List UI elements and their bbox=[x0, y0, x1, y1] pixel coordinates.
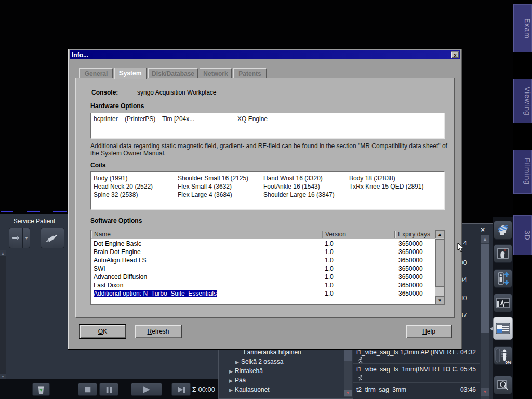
pause-icon bbox=[106, 387, 112, 393]
console-value: syngo Acquisition Workplace bbox=[137, 89, 217, 96]
dialog-titlebar[interactable]: Info... x bbox=[70, 50, 460, 59]
scroll-down-icon[interactable]: ▼ bbox=[344, 390, 352, 396]
console-label: Console: bbox=[91, 89, 118, 96]
active-marker-icon bbox=[490, 327, 493, 331]
image-head-icon bbox=[496, 247, 510, 260]
table-row[interactable]: Advanced Diffusion1.03650000 bbox=[91, 273, 435, 281]
expand-arrow-icon[interactable]: ▶ bbox=[235, 360, 239, 365]
sar-monitor-button[interactable]: 0% bbox=[494, 346, 512, 365]
table-row-selected[interactable]: Additional option: N_Turbo_Suite_Essenti… bbox=[91, 289, 435, 298]
trash-icon bbox=[37, 385, 45, 394]
mouse-cursor bbox=[457, 242, 464, 252]
waveform-icon bbox=[496, 297, 510, 309]
dialog-title: Info... bbox=[72, 51, 88, 59]
scroll-up-icon[interactable]: ▲ bbox=[435, 230, 444, 238]
tab-exam[interactable]: Exam bbox=[513, 4, 532, 52]
scroll-up-icon[interactable]: ▲ bbox=[0, 250, 6, 256]
stop-icon bbox=[85, 387, 90, 392]
table-row[interactable]: Dot Engine Basic1.03650000 bbox=[91, 240, 435, 248]
tab-filming[interactable]: Filming bbox=[513, 150, 532, 194]
play-button[interactable] bbox=[131, 383, 162, 396]
queue-scrollbar[interactable]: ▼ bbox=[344, 343, 352, 397]
hardware-item: hcprinter bbox=[94, 115, 118, 123]
scrollbar-thumb[interactable] bbox=[481, 244, 489, 332]
table-scrollbar[interactable]: ▲ ▼ bbox=[435, 230, 444, 304]
delete-button[interactable] bbox=[32, 383, 50, 396]
patient-table-dropdown[interactable]: ▼ bbox=[23, 228, 30, 248]
scroll-down-icon[interactable]: ▼ bbox=[0, 374, 6, 379]
ok-button[interactable]: OK bbox=[79, 325, 126, 338]
tab-viewing[interactable]: Viewing bbox=[513, 79, 532, 123]
head-slice-position-button[interactable] bbox=[494, 221, 512, 240]
sequence-time: 04:32 bbox=[460, 349, 476, 356]
sar-percent-label: 0% bbox=[505, 360, 511, 365]
queue-item[interactable]: ▶Kaulasuonet bbox=[229, 386, 270, 393]
refresh-button[interactable]: Refresh bbox=[135, 325, 182, 338]
patient-table-button[interactable] bbox=[9, 228, 23, 248]
hardware-options-list[interactable]: hcprinter (PrinterPS) Tim [204x... XQ En… bbox=[90, 113, 445, 139]
protocol-queue-panel: Lanneranka hiljainen ▶Selkä 2 osassa ▶Ri… bbox=[218, 342, 354, 399]
exam-layout-button[interactable] bbox=[493, 317, 513, 340]
column-header-expiry[interactable]: Expiry days bbox=[395, 231, 435, 238]
play-icon bbox=[143, 386, 150, 393]
software-options-heading: Software Options bbox=[90, 217, 142, 224]
scroll-up-icon[interactable]: ▲ bbox=[481, 235, 489, 243]
expand-arrow-icon[interactable]: ▶ bbox=[229, 369, 233, 374]
skip-button[interactable] bbox=[171, 383, 191, 396]
skip-end-icon bbox=[178, 387, 185, 393]
sequence-name[interactable]: t1_vibe_sag_fs_1mm(INVERT TO C... bbox=[356, 366, 458, 373]
physio-signal-button[interactable] bbox=[494, 294, 512, 312]
table-row[interactable]: Fast Dixon1.03650000 bbox=[91, 281, 435, 289]
running-state-icon bbox=[357, 357, 364, 363]
syringe-icon bbox=[45, 232, 60, 244]
queue-item[interactable]: ▶Selkä 2 osassa bbox=[235, 358, 283, 365]
table-position-button[interactable] bbox=[494, 269, 512, 288]
table-row[interactable]: AutoAlign Head LS1.03650000 bbox=[91, 256, 435, 264]
queue-item[interactable]: ▶Pää bbox=[229, 377, 246, 384]
sequence-name[interactable]: t2_tirm_sag_3mm bbox=[356, 386, 458, 393]
coil-column: Hand Wrist 16 (3320)FootAnkle 16 (1543)S… bbox=[263, 174, 335, 199]
sequence-time: 05:45 bbox=[460, 366, 476, 373]
stop-button[interactable] bbox=[78, 383, 97, 396]
sequence-scrollbar[interactable]: ▲ ▼ bbox=[481, 235, 489, 399]
queue-item[interactable]: ▶Rintakehä bbox=[229, 367, 263, 375]
expand-arrow-icon[interactable]: ▶ bbox=[229, 388, 233, 393]
tab-system[interactable]: System bbox=[114, 68, 147, 79]
image-display-button[interactable] bbox=[494, 244, 512, 263]
scroll-down-icon[interactable]: ▼ bbox=[435, 296, 444, 304]
hardware-item: XQ Engine bbox=[237, 115, 268, 123]
close-icon[interactable]: × bbox=[478, 225, 487, 234]
tool-icon-column: 0% bbox=[493, 217, 513, 399]
scroll-down-icon[interactable]: ▼ bbox=[481, 388, 489, 396]
tab-general[interactable]: General bbox=[79, 68, 113, 78]
coil-column: Body (1991)Head Neck 20 (2522)Spine 32 (… bbox=[94, 174, 153, 199]
browse-search-button[interactable] bbox=[494, 376, 512, 394]
expand-arrow-icon[interactable]: ▶ bbox=[229, 378, 233, 383]
patient-move-icon bbox=[496, 271, 510, 286]
program-list-scrollbar[interactable]: ▲ ▼ bbox=[0, 250, 6, 379]
queue-item[interactable]: Lanneranka hiljainen bbox=[244, 349, 301, 356]
tab-network[interactable]: Network bbox=[200, 68, 232, 78]
tab-disk-database[interactable]: Disk/Database bbox=[148, 68, 198, 78]
column-header-name[interactable]: Name bbox=[91, 231, 322, 238]
layout-panel-icon bbox=[496, 323, 510, 334]
scrollbar-thumb[interactable] bbox=[435, 239, 444, 287]
coils-list[interactable]: Body (1991)Head Neck 20 (2522)Spine 32 (… bbox=[90, 171, 445, 210]
running-state-icon bbox=[357, 375, 364, 381]
service-patient-title: Service Patient bbox=[0, 218, 69, 225]
tab-3d[interactable]: 3D bbox=[513, 215, 532, 255]
coils-heading: Coils bbox=[90, 162, 105, 169]
sequence-time-partial: 40 bbox=[460, 295, 477, 302]
column-header-version[interactable]: Version bbox=[322, 231, 395, 238]
help-button[interactable]: Help bbox=[406, 325, 452, 338]
tab-patents[interactable]: Patents bbox=[233, 68, 267, 78]
table-row[interactable]: SWI1.03650000 bbox=[91, 264, 435, 273]
contrast-injection-button[interactable] bbox=[41, 228, 64, 248]
software-options-table[interactable]: Name Version Expiry days Dot Engine Basi… bbox=[90, 230, 445, 305]
table-row[interactable]: Brain Dot Engine1.03650000 bbox=[91, 248, 435, 256]
pause-button[interactable] bbox=[99, 383, 118, 396]
dialog-close-button[interactable]: x bbox=[451, 51, 459, 58]
head-slices-icon bbox=[496, 223, 510, 237]
sequence-name[interactable]: t1_vibe_sag_fs 1,3mm AP (INVERT ... bbox=[356, 349, 458, 356]
table-header-row: Name Version Expiry days bbox=[91, 230, 435, 239]
